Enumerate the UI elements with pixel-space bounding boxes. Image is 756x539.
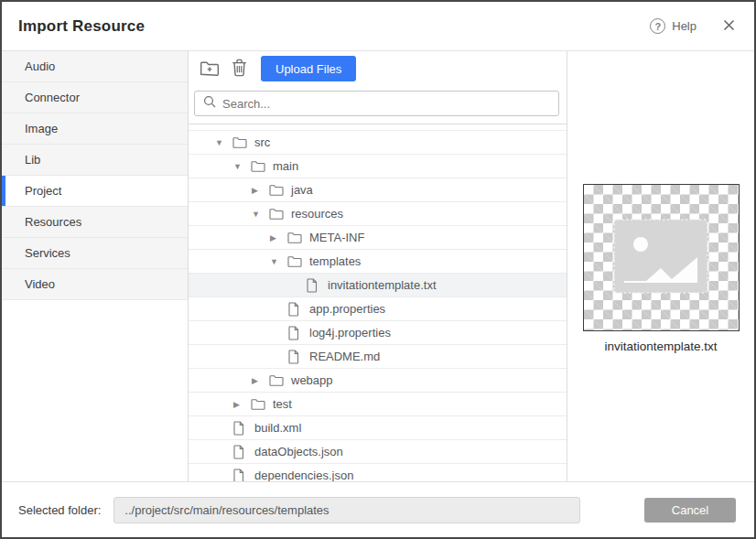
search-icon — [203, 95, 216, 112]
folder-icon — [269, 374, 284, 386]
tree-row[interactable]: ▼main — [189, 155, 567, 178]
sidebar-item-label: Project — [25, 184, 61, 198]
tree-row[interactable]: dependencies.json — [189, 464, 567, 481]
selected-folder-input[interactable] — [113, 497, 580, 523]
tree-row[interactable]: README.md — [189, 345, 567, 369]
sidebar-item-label: Services — [25, 246, 70, 260]
tree-row[interactable]: app.properties — [189, 297, 567, 321]
dialog-header: Import Resource ? Help — [2, 2, 754, 51]
selected-folder-label: Selected folder: — [18, 503, 101, 517]
help-button[interactable]: ? Help — [650, 18, 697, 34]
preview-filename: invitationtemplate.txt — [567, 340, 754, 353]
file-icon — [287, 326, 302, 340]
sidebar-item-label: Lib — [25, 153, 40, 167]
sidebar-item-label: Audio — [25, 59, 55, 73]
sidebar: AudioConnectorImageLibProjectResourcesSe… — [2, 51, 189, 481]
sidebar-item-label: Resources — [25, 215, 81, 229]
tree-item-label: app.properties — [309, 302, 385, 316]
chevron-right-icon[interactable]: ▶ — [252, 369, 269, 393]
tree-item-label: dependencies.json — [254, 469, 353, 481]
tree-item-label: build.xml — [254, 421, 301, 435]
tree-item-label: invitationtemplate.txt — [328, 278, 437, 292]
trash-icon — [232, 59, 247, 80]
tree-row[interactable]: ▼resources — [189, 202, 567, 226]
search-box — [194, 91, 559, 116]
file-browser-panel: Upload Files ▼src▼main▶java▼resources▶ME… — [189, 51, 567, 481]
tree-row[interactable]: log4j.properties — [189, 321, 567, 345]
folder-icon — [269, 184, 284, 196]
tree-item-label: README.md — [309, 350, 380, 363]
file-icon — [232, 469, 247, 482]
folder-icon — [232, 136, 247, 148]
tree-row[interactable]: ▼src — [189, 131, 567, 155]
folder-icon — [251, 160, 265, 172]
help-question-icon: ? — [650, 18, 665, 34]
tree-row-clipped — [189, 124, 567, 131]
preview-thumbnail — [583, 184, 740, 331]
tree-row[interactable]: ▶META-INF — [189, 226, 567, 250]
chevron-down-icon[interactable]: ▼ — [215, 131, 232, 155]
close-button[interactable] — [720, 16, 738, 37]
tree-row[interactable]: ▼templates — [189, 250, 567, 274]
file-icon — [287, 350, 302, 364]
upload-files-button[interactable]: Upload Files — [261, 56, 356, 81]
chevron-right-icon[interactable]: ▶ — [270, 226, 287, 250]
sidebar-item-resources[interactable]: Resources — [2, 207, 188, 238]
tree-row[interactable]: ▶webapp — [189, 369, 567, 393]
dialog-footer: Selected folder: Cancel — [2, 481, 754, 537]
chevron-down-icon[interactable]: ▼ — [233, 155, 251, 178]
tree-row[interactable]: ▶test — [189, 393, 567, 416]
tree-item-label: templates — [309, 254, 361, 268]
chevron-down-icon[interactable]: ▼ — [252, 202, 269, 226]
sidebar-item-services[interactable]: Services — [2, 238, 188, 269]
file-icon — [232, 445, 247, 459]
folder-icon — [287, 232, 302, 243]
chevron-down-icon[interactable]: ▼ — [270, 250, 287, 274]
tree-row[interactable]: ▶java — [189, 178, 567, 202]
preview-panel: invitationtemplate.txt — [567, 51, 754, 481]
tree-item-label: java — [291, 183, 313, 197]
tree-item-label: META-INF — [309, 231, 364, 244]
file-icon — [287, 302, 302, 317]
help-label: Help — [672, 19, 697, 33]
sidebar-item-label: Connector — [25, 91, 80, 104]
tree-row[interactable]: build.xml — [189, 416, 567, 440]
tree-item-label: dataObjects.json — [254, 445, 343, 458]
tree-item-label: log4j.properties — [309, 326, 391, 340]
close-icon — [722, 18, 736, 35]
sidebar-item-lib[interactable]: Lib — [2, 145, 188, 176]
tree-item-label: test — [273, 397, 292, 411]
folder-icon — [251, 398, 265, 410]
tree-item-label: src — [254, 135, 270, 149]
tree-row[interactable]: dataObjects.json — [189, 440, 567, 464]
sidebar-item-connector[interactable]: Connector — [2, 82, 188, 113]
import-resource-dialog: Import Resource ? Help AudioConnectorIma… — [0, 0, 756, 539]
toolbar: Upload Files — [189, 55, 567, 82]
sidebar-item-project[interactable]: Project — [2, 176, 188, 207]
sidebar-item-image[interactable]: Image — [2, 113, 188, 145]
delete-button[interactable] — [226, 57, 252, 81]
file-icon — [232, 421, 247, 436]
image-placeholder-icon — [613, 219, 708, 297]
tree-item-label: webapp — [291, 373, 333, 387]
file-icon — [306, 278, 320, 293]
dialog-body: AudioConnectorImageLibProjectResourcesSe… — [2, 51, 754, 481]
folder-icon — [287, 255, 302, 267]
tree-row[interactable]: invitationtemplate.txt — [189, 274, 567, 297]
sidebar-item-label: Video — [25, 277, 55, 291]
search-input[interactable] — [222, 97, 550, 111]
add-folder-button[interactable] — [197, 57, 222, 81]
file-tree: ▼src▼main▶java▼resources▶META-INF▼templa… — [189, 124, 567, 481]
tree-item-label: main — [273, 159, 298, 173]
chevron-right-icon[interactable]: ▶ — [233, 393, 251, 416]
chevron-right-icon[interactable]: ▶ — [252, 178, 269, 202]
folder-icon — [269, 208, 284, 220]
sidebar-item-video[interactable]: Video — [2, 269, 188, 300]
selected-indicator — [2, 176, 5, 206]
dialog-title: Import Resource — [18, 17, 145, 36]
sidebar-item-label: Image — [25, 122, 58, 135]
tree-item-label: resources — [291, 207, 343, 221]
add-folder-icon — [200, 59, 220, 79]
sidebar-item-audio[interactable]: Audio — [2, 51, 188, 82]
cancel-button[interactable]: Cancel — [644, 498, 736, 523]
